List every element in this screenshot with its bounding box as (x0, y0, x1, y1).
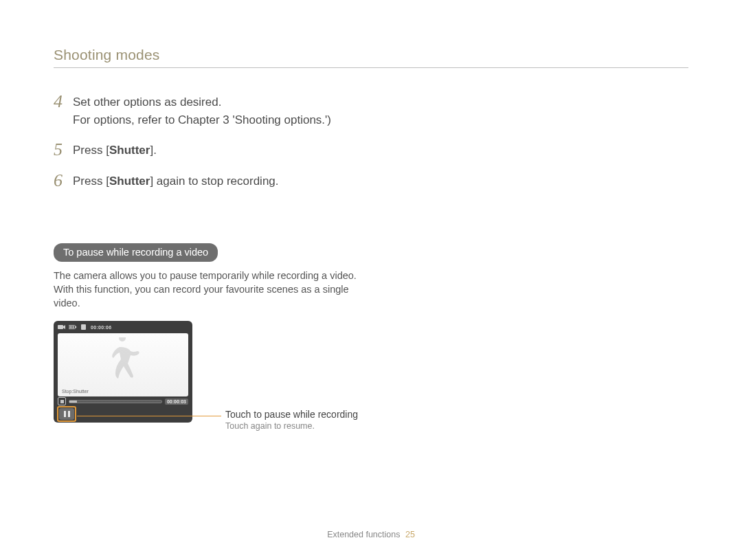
record-indicator-icon (58, 397, 66, 405)
top-timecode: 00:00:06 (91, 325, 111, 330)
callout-sub: Touch again to resume. (225, 421, 358, 431)
step-line-post: ] again to stop recording. (150, 175, 278, 188)
section-title: Shooting modes (54, 47, 688, 68)
step-6: 6 Press [Shutter] again to stop recordin… (54, 172, 688, 190)
step-4: 4 Set other options as desired. For opti… (54, 93, 688, 128)
bottom-timecode: 00:00:03 (165, 399, 188, 405)
step-line-post: ]. (150, 144, 156, 157)
pause-button[interactable] (59, 408, 74, 420)
callout-text: Touch to pause while recording Touch aga… (225, 409, 358, 431)
callout-leader-line (77, 416, 221, 416)
shutter-bold: Shutter (109, 175, 150, 188)
step-line2: For options, refer to Chapter 3 'Shootin… (73, 111, 331, 129)
paragraph: The camera allows you to pause temporari… (54, 269, 376, 310)
step-number: 4 (54, 93, 73, 111)
callout-main: Touch to pause while recording (225, 409, 358, 420)
step-number: 6 (54, 172, 73, 190)
step-5: 5 Press [Shutter]. (54, 141, 688, 159)
footer-page-number: 25 (405, 530, 415, 539)
camera-bottom-bar: 00:00:03 (58, 396, 188, 406)
memory-card-icon (80, 324, 88, 331)
svg-rect-5 (73, 326, 74, 328)
shutter-bold: Shutter (109, 144, 150, 157)
svg-rect-3 (69, 326, 71, 328)
step-number: 5 (54, 141, 73, 159)
subsection-pill: To pause while recording a video (54, 243, 218, 262)
svg-rect-6 (81, 324, 86, 330)
video-mode-icon (58, 324, 66, 331)
svg-rect-4 (71, 326, 73, 328)
stop-shutter-label: Stop:Shutter (62, 389, 89, 394)
svg-rect-2 (75, 326, 76, 328)
step-text: Press [Shutter] again to stop recording. (73, 172, 279, 190)
manual-page: Shooting modes 4 Set other options as de… (0, 0, 742, 560)
skater-silhouette-icon (99, 337, 147, 392)
camera-viewport: Stop:Shutter (58, 333, 188, 396)
step-text: Set other options as desired. For option… (73, 93, 331, 128)
camera-screenshot-wrap: 00:00:06 Stop:Shutter 00:00:03 Touch to … (54, 321, 688, 423)
camera-screenshot: 00:00:06 Stop:Shutter 00:00:03 (54, 321, 192, 423)
footer-section: Extended functions (327, 530, 400, 539)
step-line1: Set other options as desired. (73, 96, 221, 109)
camera-top-bar: 00:00:06 (54, 321, 192, 333)
step-line-pre: Press [ (73, 144, 109, 157)
page-footer: Extended functions 25 (0, 530, 742, 539)
svg-rect-0 (58, 325, 63, 329)
battery-icon (69, 324, 77, 331)
step-text: Press [Shutter]. (73, 141, 157, 159)
record-progress-bar (69, 400, 162, 403)
step-line-pre: Press [ (73, 175, 109, 188)
